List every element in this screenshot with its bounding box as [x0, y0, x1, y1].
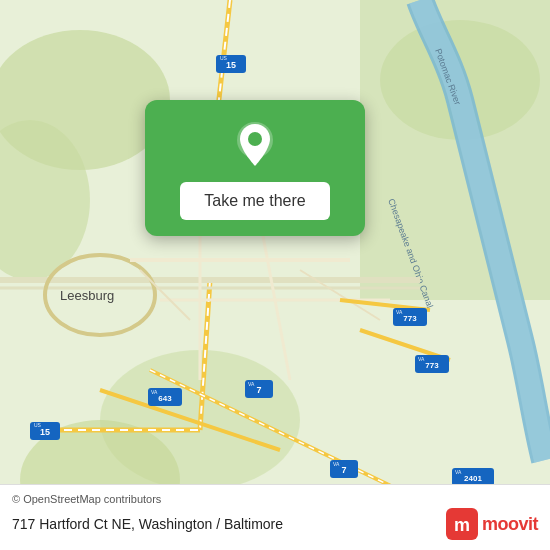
svg-point-58	[248, 132, 262, 146]
svg-text:773: 773	[425, 361, 439, 370]
navigation-popup[interactable]: Take me there	[145, 100, 365, 236]
svg-text:US: US	[220, 55, 228, 61]
map-background: Chesapeake and Ohio Canal Potomac River	[0, 0, 550, 550]
svg-text:VA: VA	[455, 469, 462, 475]
copyright-text: © OpenStreetMap contributors	[12, 493, 538, 505]
svg-text:VA: VA	[418, 356, 425, 362]
svg-text:15: 15	[226, 60, 236, 70]
bottom-bar: © OpenStreetMap contributors 717 Hartfor…	[0, 484, 550, 550]
svg-text:2401: 2401	[464, 474, 482, 483]
svg-text:US: US	[34, 422, 42, 428]
svg-text:m: m	[454, 515, 470, 535]
svg-rect-4	[360, 0, 550, 300]
moovit-text: moovit	[482, 514, 538, 535]
take-me-there-button[interactable]: Take me there	[180, 182, 329, 220]
svg-text:773: 773	[403, 314, 417, 323]
moovit-logo: m moovit	[446, 508, 538, 540]
svg-text:VA: VA	[396, 309, 403, 315]
location-pin-icon	[228, 118, 282, 172]
moovit-icon: m	[446, 508, 478, 540]
location-text: 717 Hartford Ct NE, Washington / Baltimo…	[12, 516, 283, 532]
svg-text:7: 7	[341, 465, 346, 475]
svg-text:VA: VA	[248, 381, 255, 387]
svg-text:15: 15	[40, 427, 50, 437]
svg-text:VA: VA	[151, 389, 158, 395]
svg-text:Leesburg: Leesburg	[60, 288, 114, 303]
map-container: Chesapeake and Ohio Canal Potomac River	[0, 0, 550, 550]
svg-text:643: 643	[158, 394, 172, 403]
svg-text:VA: VA	[333, 461, 340, 467]
svg-text:7: 7	[256, 385, 261, 395]
bottom-row: 717 Hartford Ct NE, Washington / Baltimo…	[12, 508, 538, 540]
